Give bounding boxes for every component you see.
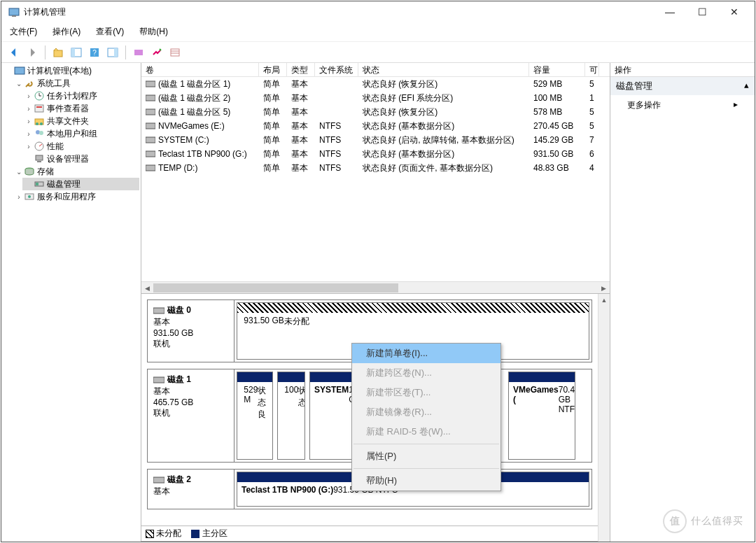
menu-action[interactable]: 操作(A) bbox=[50, 24, 83, 39]
up-button[interactable] bbox=[50, 44, 66, 61]
tree-task-scheduler[interactable]: ›任务计划程序 bbox=[22, 90, 139, 102]
svg-rect-2 bbox=[54, 50, 62, 57]
svg-rect-25 bbox=[37, 161, 41, 162]
col-layout[interactable]: 布局 bbox=[259, 63, 287, 76]
disk1-system-c[interactable]: SYSTEM145.29 G状态良好 bbox=[309, 372, 353, 460]
svg-rect-33 bbox=[146, 109, 155, 115]
minimize-button[interactable]: ― bbox=[654, 1, 686, 22]
volume-fs: NTFS bbox=[315, 121, 358, 131]
volume-name: (磁盘 1 磁盘分区 5) bbox=[158, 106, 230, 118]
chevron-right-icon: ▸ bbox=[734, 99, 738, 111]
volume-row[interactable]: (磁盘 1 磁盘分区 1)简单基本状态良好 (恢复分区)529 MB5 bbox=[141, 77, 610, 91]
svg-rect-32 bbox=[146, 95, 155, 101]
ctx-new-spanned-volume: 新建跨区卷(N)... bbox=[352, 363, 500, 383]
tree-local-users[interactable]: ›本地用户和组 bbox=[22, 127, 139, 140]
disk-vscroll[interactable]: ▲ bbox=[598, 294, 610, 542]
disk1-part1[interactable]: 529 M状态良 bbox=[237, 372, 273, 460]
volume-row[interactable]: TEMP (D:)简单基本NTFS状态良好 (页面文件, 基本数据分区)48.8… bbox=[141, 161, 610, 175]
settings-button[interactable] bbox=[148, 44, 165, 61]
tree-services-apps[interactable]: ›服务和应用程序 bbox=[13, 190, 139, 203]
volume-capacity: 100 MB bbox=[529, 93, 585, 103]
tools-icon bbox=[24, 78, 35, 89]
volume-row[interactable]: (磁盘 1 磁盘分区 2)简单基本状态良好 (EFI 系统分区)100 MB1 bbox=[141, 91, 610, 105]
volume-list-header: 卷 布局 类型 文件系统 状态 容量 可 bbox=[141, 63, 610, 77]
menu-help[interactable]: 帮助(H) bbox=[136, 24, 171, 39]
volume-icon bbox=[146, 122, 155, 129]
svg-rect-28 bbox=[36, 183, 38, 185]
tree-performance[interactable]: ›性能 bbox=[22, 140, 139, 153]
show-hide-tree-button[interactable] bbox=[68, 44, 85, 61]
col-type[interactable]: 类型 bbox=[287, 63, 315, 76]
volume-free: 5 bbox=[585, 107, 599, 117]
tree-shared-folders[interactable]: ›共享文件夹 bbox=[22, 115, 139, 127]
collapse-icon[interactable]: ▴ bbox=[744, 80, 749, 92]
volume-layout: 简单 bbox=[259, 162, 287, 174]
scroll-thumb[interactable] bbox=[153, 283, 398, 292]
ctx-properties[interactable]: 属性(P) bbox=[352, 446, 500, 466]
volume-status: 状态良好 (EFI 系统分区) bbox=[358, 92, 529, 104]
tree-root[interactable]: 计算机管理(本地) bbox=[3, 64, 139, 77]
context-menu: 新建简单卷(I)... 新建跨区卷(N)... 新建带区卷(T)... 新建镜像… bbox=[351, 343, 501, 491]
scroll-left-icon[interactable]: ◀ bbox=[141, 282, 153, 294]
menu-view[interactable]: 查看(V) bbox=[93, 24, 127, 39]
volume-name: (磁盘 1 磁盘分区 2) bbox=[158, 92, 230, 104]
scroll-up-icon[interactable]: ▲ bbox=[598, 294, 610, 306]
volume-layout: 简单 bbox=[259, 148, 287, 160]
volume-free: 5 bbox=[585, 79, 599, 89]
volume-hscroll[interactable]: ◀ ▶ bbox=[141, 281, 610, 293]
close-button[interactable]: ✕ bbox=[718, 1, 750, 22]
col-free[interactable]: 可 bbox=[585, 63, 599, 76]
ctx-new-simple-volume[interactable]: 新建简单卷(I)... bbox=[352, 344, 500, 363]
forward-button[interactable] bbox=[24, 44, 41, 61]
col-status[interactable]: 状态 bbox=[358, 63, 529, 76]
help-button[interactable]: ? bbox=[86, 44, 103, 61]
volume-free: 5 bbox=[585, 121, 599, 131]
volume-fs: NTFS bbox=[315, 149, 358, 159]
disk-icon bbox=[153, 376, 164, 384]
volume-row[interactable]: Teclast 1TB NP900 (G:)简单基本NTFS状态良好 (基本数据… bbox=[141, 147, 610, 161]
svg-rect-24 bbox=[36, 155, 43, 160]
volume-row[interactable]: NVMeGames (E:)简单基本NTFS状态良好 (基本数据分区)270.4… bbox=[141, 119, 610, 133]
svg-rect-8 bbox=[114, 48, 118, 57]
volume-row[interactable]: (磁盘 1 磁盘分区 5)简单基本状态良好 (恢复分区)578 MB5 bbox=[141, 105, 610, 119]
disk1-part2[interactable]: 100状态 bbox=[277, 372, 305, 460]
svg-point-20 bbox=[36, 130, 40, 134]
show-actions-button[interactable] bbox=[104, 44, 121, 61]
titlebar[interactable]: 计算机管理 ― ☐ ✕ bbox=[1, 1, 755, 22]
volume-icon bbox=[146, 136, 155, 143]
svg-text:?: ? bbox=[92, 49, 97, 57]
volume-capacity: 931.50 GB bbox=[529, 149, 585, 159]
tree-system-tools[interactable]: ⌄系统工具 bbox=[13, 77, 139, 90]
ctx-help[interactable]: 帮助(H) bbox=[352, 471, 500, 491]
tree-event-viewer[interactable]: ›事件查看器 bbox=[22, 102, 139, 115]
tree-storage[interactable]: ⌄存储 bbox=[13, 165, 139, 178]
volume-type: 基本 bbox=[287, 106, 315, 118]
disk1-nvmegames-e[interactable]: VMeGames (70.45 GB NTFS态良好 (基本数 bbox=[508, 372, 575, 460]
svg-rect-4 bbox=[71, 48, 75, 57]
svg-rect-0 bbox=[9, 8, 19, 15]
volume-layout: 简单 bbox=[259, 78, 287, 90]
svg-rect-37 bbox=[146, 165, 155, 171]
volume-list: 卷 布局 类型 文件系统 状态 容量 可 (磁盘 1 磁盘分区 1)简单基本状态… bbox=[141, 63, 610, 294]
volume-name: Teclast 1TB NP900 (G:) bbox=[158, 149, 247, 159]
list-button[interactable] bbox=[167, 44, 183, 61]
tree-device-manager[interactable]: 设备管理器 bbox=[22, 153, 139, 165]
volume-name: TEMP (D:) bbox=[158, 163, 197, 173]
scroll-right-icon[interactable]: ▶ bbox=[598, 282, 610, 294]
actions-panel-title[interactable]: 磁盘管理▴ bbox=[610, 77, 755, 95]
menu-file[interactable]: 文件(F) bbox=[7, 24, 40, 39]
back-button[interactable] bbox=[6, 44, 22, 61]
col-fs[interactable]: 文件系统 bbox=[315, 63, 358, 76]
volume-status: 状态良好 (恢复分区) bbox=[358, 78, 529, 90]
volume-row[interactable]: SYSTEM (C:)简单基本NTFS状态良好 (启动, 故障转储, 基本数据分… bbox=[141, 133, 610, 147]
refresh-button[interactable] bbox=[130, 44, 147, 61]
col-capacity[interactable]: 容量 bbox=[529, 63, 585, 76]
volume-status: 状态良好 (基本数据分区) bbox=[358, 148, 529, 160]
maximize-button[interactable]: ☐ bbox=[686, 1, 718, 22]
volume-name: SYSTEM (C:) bbox=[158, 135, 209, 145]
volume-fs: NTFS bbox=[315, 135, 358, 145]
col-volume[interactable]: 卷 bbox=[141, 63, 259, 76]
actions-more[interactable]: 更多操作▸ bbox=[610, 95, 755, 115]
svg-rect-36 bbox=[146, 151, 155, 157]
tree-disk-management[interactable]: 磁盘管理 bbox=[22, 178, 139, 190]
